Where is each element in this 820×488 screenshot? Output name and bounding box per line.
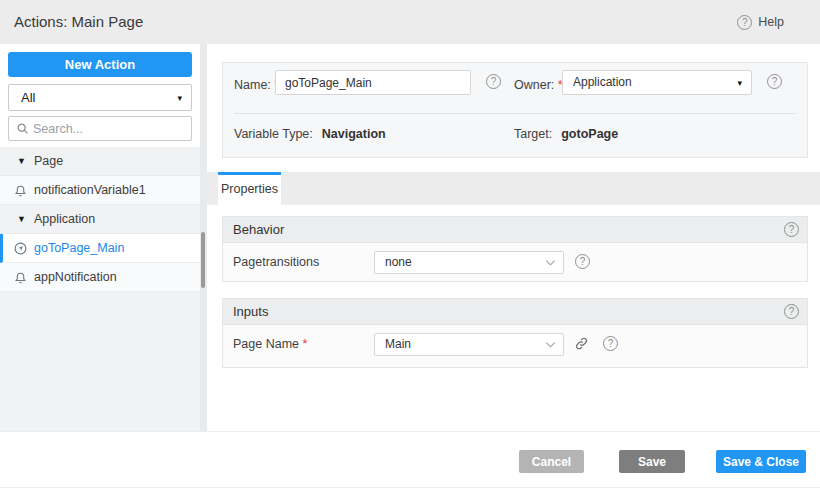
- tree-item-label: notificationVariable1: [34, 176, 146, 204]
- chevron-down-icon: ▼: [17, 147, 26, 175]
- tree-group-label: Page: [34, 147, 63, 175]
- save-button[interactable]: Save: [619, 450, 685, 473]
- target-value: gotoPage: [561, 127, 618, 141]
- chevron-down-icon: [545, 259, 556, 267]
- dropdown-arrow-icon: ▾: [177, 92, 182, 102]
- tree-group-label: Application: [34, 205, 95, 233]
- search-box: [8, 116, 192, 141]
- chevron-down-icon: [545, 341, 556, 349]
- variable-type-label: Variable Type:: [234, 127, 313, 141]
- bell-icon: [14, 271, 27, 284]
- page-name-select[interactable]: Main: [374, 333, 564, 356]
- tree-item-appnotification[interactable]: appNotification: [0, 263, 200, 292]
- variable-type-value: Navigation: [322, 127, 386, 141]
- form-divider: [234, 113, 796, 114]
- target-label: Target:: [514, 127, 552, 141]
- help-button[interactable]: ? Help: [737, 0, 784, 44]
- owner-select[interactable]: Application ▾: [562, 70, 752, 95]
- owner-select-value: Application: [573, 71, 632, 94]
- footer-bar: Cancel Save Save & Close: [0, 431, 820, 488]
- owner-label: Owner: *: [514, 78, 563, 92]
- action-detail-panel: Name: * ? Owner: * Application ▾ ? Varia…: [207, 44, 820, 431]
- sidebar-divider: [200, 44, 207, 431]
- cancel-button[interactable]: Cancel: [519, 450, 584, 473]
- tab-properties[interactable]: Properties: [218, 172, 281, 205]
- actions-editor-window: Actions: Main Page ? Help New Action All…: [0, 0, 820, 488]
- behavior-section: Behavior ? Pagetransitions none ?: [222, 216, 808, 282]
- dropdown-arrow-icon: ▾: [737, 77, 742, 87]
- save-and-close-button[interactable]: Save & Close: [716, 450, 806, 473]
- tree-group-page[interactable]: ▼ Page: [0, 147, 200, 176]
- sidebar-scrollbar[interactable]: [201, 232, 205, 288]
- sidebar-empty-area: [0, 292, 200, 431]
- inputs-help-icon[interactable]: ?: [784, 304, 799, 319]
- title-bar: Actions: Main Page ? Help: [0, 0, 820, 44]
- page-name-row: Page Name * Main ?: [223, 325, 807, 363]
- tree-item-label: appNotification: [34, 263, 117, 291]
- tree-item-notificationvariable1[interactable]: notificationVariable1: [0, 176, 200, 205]
- pagetransitions-row: Pagetransitions none ?: [223, 243, 807, 281]
- behavior-section-header: Behavior ?: [223, 217, 807, 243]
- filter-dropdown[interactable]: All ▾: [8, 84, 192, 111]
- tree-group-application[interactable]: ▼ Application: [0, 205, 200, 234]
- tree-item-label: goToPage_Main: [34, 234, 124, 262]
- owner-help-icon[interactable]: ?: [767, 74, 782, 89]
- tab-strip: Properties: [207, 172, 820, 205]
- action-header-form: Name: * ? Owner: * Application ▾ ? Varia…: [222, 62, 808, 158]
- filter-dropdown-value: All: [21, 85, 35, 110]
- new-action-button[interactable]: New Action: [8, 52, 192, 77]
- name-input[interactable]: [275, 70, 471, 95]
- pagetransitions-label: Pagetransitions: [233, 255, 319, 269]
- inputs-section: Inputs ? Page Name * Main ?: [222, 298, 808, 368]
- navigation-icon: [14, 242, 27, 255]
- page-name-select-value: Main: [385, 334, 411, 355]
- inputs-section-title: Inputs: [233, 299, 268, 324]
- pagetransitions-select-value: none: [385, 252, 412, 273]
- bell-icon: [14, 184, 27, 197]
- search-icon: [16, 122, 29, 135]
- page-name-help-icon[interactable]: ?: [603, 336, 618, 351]
- name-help-icon[interactable]: ?: [486, 74, 501, 89]
- page-name-label: Page Name *: [233, 337, 307, 351]
- chevron-down-icon: ▼: [17, 205, 26, 233]
- page-title: Actions: Main Page: [14, 0, 143, 44]
- pagetransitions-help-icon[interactable]: ?: [575, 254, 590, 269]
- bind-link-icon[interactable]: [574, 336, 589, 351]
- required-mark: *: [303, 337, 308, 351]
- behavior-section-title: Behavior: [233, 217, 284, 242]
- tree-item-gotopage-main[interactable]: goToPage_Main: [0, 234, 200, 263]
- actions-tree: ▼ Page notificationVariable1 ▼ Applicati…: [0, 147, 200, 292]
- behavior-help-icon[interactable]: ?: [784, 222, 799, 237]
- name-label: Name: *: [234, 78, 279, 92]
- form-readonly-row: Variable Type:Navigation Target:gotoPage: [234, 126, 798, 141]
- help-label: Help: [758, 15, 784, 29]
- search-input[interactable]: [33, 118, 185, 139]
- inputs-section-header: Inputs ?: [223, 299, 807, 325]
- actions-sidebar: New Action All ▾ ▼ Page notificationVari…: [0, 44, 200, 431]
- help-icon: ?: [737, 15, 752, 30]
- pagetransitions-select[interactable]: none: [374, 251, 564, 274]
